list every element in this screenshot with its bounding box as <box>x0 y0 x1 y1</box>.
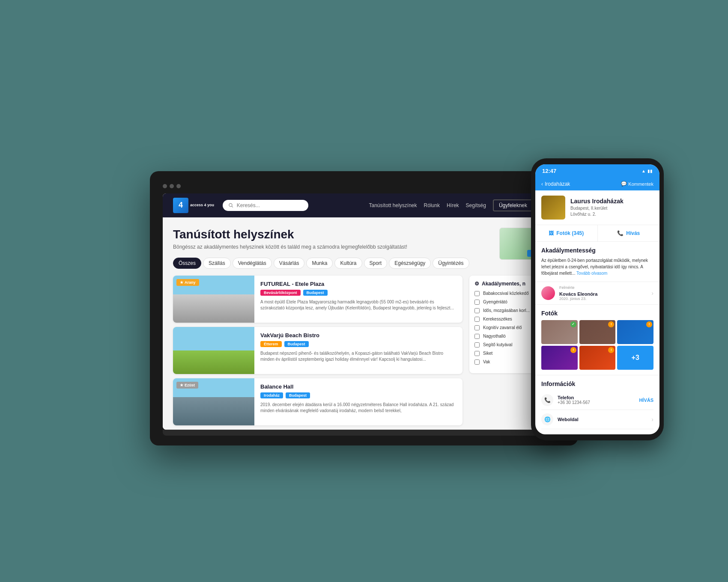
tag-etterem[interactable]: Étterem <box>260 341 282 347</box>
photo-5[interactable]: ! <box>579 346 616 370</box>
client-button[interactable]: Ügyfeleknek <box>493 199 533 211</box>
phone-back-button[interactable]: ‹ Irodaházak <box>541 181 570 187</box>
search-bar[interactable] <box>223 200 308 211</box>
location-thumbnail <box>541 196 565 220</box>
chevron-right-icon: › <box>651 290 653 297</box>
tab-ugyintezas[interactable]: Ügyintézés <box>433 258 469 269</box>
tab-sport[interactable]: Sport <box>364 258 388 269</box>
nav-about[interactable]: Rólunk <box>424 202 440 208</box>
listing-tags-vakvarjú: Étterem Budapest <box>260 341 456 347</box>
filter-checkbox-4[interactable] <box>474 325 480 330</box>
info-phone-value: +36 30 1234-567 <box>558 400 635 405</box>
photos-label: Fotók (345) <box>556 230 584 236</box>
location-address: Lövőház u. 2. <box>570 211 624 217</box>
tag-bevarlokozpont[interactable]: Bevásárlóközpont <box>260 290 301 296</box>
main-nav: Tanúsított helyszínek Rólunk Hírek Segít… <box>369 199 555 211</box>
tab-osszes[interactable]: Összes <box>173 258 201 269</box>
listing-image-vakvarjú <box>173 327 254 374</box>
listing-name-vakvarjú: VakVarjú Beach Bistro <box>260 332 456 339</box>
photos-section: Fotók ✓ ! ! ! <box>535 305 659 375</box>
badge-ezust: ★ Ezüst <box>176 382 198 389</box>
photo-1[interactable]: ✓ <box>541 320 578 344</box>
reviewer-date: 2020. június 23. <box>559 297 647 301</box>
info-phone-label: Telefon <box>558 395 635 400</box>
accessibility-text: Az épületben 0-24-ben portaszolgálat műk… <box>541 257 653 276</box>
call-label: Hívás <box>626 230 640 236</box>
dot-yellow <box>170 184 174 188</box>
tab-egeszsegugy[interactable]: Egészségügy <box>389 258 431 269</box>
category-tabs: Összes Szállás Vendéglátás Vásárlás Munk… <box>173 258 555 269</box>
laptop-base <box>163 430 565 436</box>
logo-text: access 4 you <box>190 203 214 208</box>
read-more-link[interactable]: Tovább olvasom <box>576 271 607 276</box>
star-icon: ★ <box>180 280 183 285</box>
reviewer-info: Felmérte Kovács Eleonóra 2020. június 23… <box>559 285 647 301</box>
logo[interactable]: 4 access 4 you <box>173 198 214 213</box>
location-info: Laurus Irodaházak Budapest, II.kerület L… <box>570 198 624 217</box>
photo-2[interactable]: ! <box>579 320 616 344</box>
photos-icon: 🖼 <box>549 230 554 236</box>
dot-red <box>163 184 167 188</box>
laptop-device: 4 access 4 you Tanúsított helyszínek Ról… <box>150 171 578 445</box>
tab-szallas[interactable]: Szállás <box>203 258 231 269</box>
call-action-button[interactable]: 📞 Hívás <box>598 225 660 241</box>
location-district: Budapest, II.kerület <box>570 205 624 211</box>
tag-budapest-0[interactable]: Budapest <box>303 290 328 296</box>
tab-kultura[interactable]: Kultúra <box>334 258 362 269</box>
battery-icon: ▮▮ <box>647 169 653 173</box>
reviewer-name: Kovács Eleonóra <box>559 291 647 297</box>
listing-card-balance[interactable]: ★ Ezüst Balance Hall Irodaház Budapest <box>173 378 462 425</box>
info-website-text: Weboldal <box>558 417 647 422</box>
location-name: Laurus Irodaházak <box>570 198 624 205</box>
info-website-label: Weboldal <box>558 417 647 422</box>
nav-news[interactable]: Hírek <box>447 202 459 208</box>
tab-vasarlas[interactable]: Vásárlás <box>274 258 305 269</box>
photo-badge-5: ! <box>608 347 614 353</box>
action-buttons: 🖼 Fotók (345) 📞 Hívás <box>535 225 659 242</box>
svg-point-0 <box>229 203 232 206</box>
listing-card-vakvarjú[interactable]: VakVarjú Beach Bistro Étterem Budapest B… <box>173 327 462 374</box>
photos-grid: ✓ ! ! ! ! <box>541 320 653 370</box>
listing-image-futureal: ★ Arany <box>173 276 254 323</box>
filter-checkbox-2[interactable] <box>474 308 480 313</box>
filter-checkbox-7[interactable] <box>474 351 480 356</box>
back-chevron-icon: ‹ <box>541 181 543 187</box>
listing-desc-futureal: A most épülő Etele Plaza Magyarország ha… <box>260 299 456 311</box>
filter-checkbox-5[interactable] <box>474 334 480 339</box>
photo-badge-1: ✓ <box>570 321 576 327</box>
listing-desc-balance: 2019. december elején átadásra kerül a 1… <box>260 402 456 414</box>
listing-tags-balance: Irodaház Budapest <box>260 392 456 398</box>
nav-help[interactable]: Segítség <box>466 202 486 208</box>
site-main: Tanúsított helyszínek Böngéssz az akadál… <box>163 217 565 430</box>
info-item-phone[interactable]: 📞 Telefon +36 30 1234-567 HÍVÁS <box>541 391 653 410</box>
listing-name-futureal: FUTUREAL - Etele Plaza <box>260 281 456 287</box>
information-section: Információk 📞 Telefon +36 30 1234-567 HÍ… <box>535 375 659 434</box>
filter-checkbox-1[interactable] <box>474 300 480 305</box>
tab-vendeglatat[interactable]: Vendéglátás <box>233 258 272 269</box>
filter-checkbox-6[interactable] <box>474 342 480 347</box>
info-item-website[interactable]: 🌐 Weboldal › <box>541 410 653 429</box>
photo-3[interactable]: ! <box>617 320 653 344</box>
listing-name-balance: Balance Hall <box>260 383 456 390</box>
phone-device: 12:47 ▲ ▮▮ ‹ Irodaházak 💬 Kommentek <box>531 158 664 440</box>
tab-munka[interactable]: Munka <box>306 258 333 269</box>
tag-budapest-2[interactable]: Budapest <box>286 392 310 398</box>
phone-comments-button[interactable]: 💬 Kommentek <box>621 181 653 187</box>
photo-extra[interactable]: +3 <box>617 346 653 370</box>
photo-4[interactable]: ! <box>541 346 578 370</box>
filter-checkbox-3[interactable] <box>474 317 480 322</box>
tag-irodahaz[interactable]: Irodaház <box>260 392 283 398</box>
filter-checkbox-8[interactable] <box>474 359 480 365</box>
call-hivas-button[interactable]: HÍVÁS <box>639 398 653 403</box>
photos-button[interactable]: 🖼 Fotók (345) <box>535 225 598 241</box>
filter-checkbox-0[interactable] <box>474 291 480 296</box>
listing-card-futureal[interactable]: ★ Arany FUTUREAL - Etele Plaza Bevásárló… <box>173 276 462 323</box>
photo-badge-2: ! <box>608 321 614 327</box>
nav-certified[interactable]: Tanúsított helyszínek <box>369 202 417 208</box>
reviewer-label: Felmérte <box>559 285 647 290</box>
photo-badge-3: ! <box>646 321 652 327</box>
phone-screen: 12:47 ▲ ▮▮ ‹ Irodaházak 💬 Kommentek <box>535 164 659 434</box>
reviewer-section[interactable]: Felmérte Kovács Eleonóra 2020. június 23… <box>535 282 659 305</box>
search-input[interactable] <box>237 202 302 208</box>
tag-budapest-1[interactable]: Budapest <box>284 341 309 347</box>
